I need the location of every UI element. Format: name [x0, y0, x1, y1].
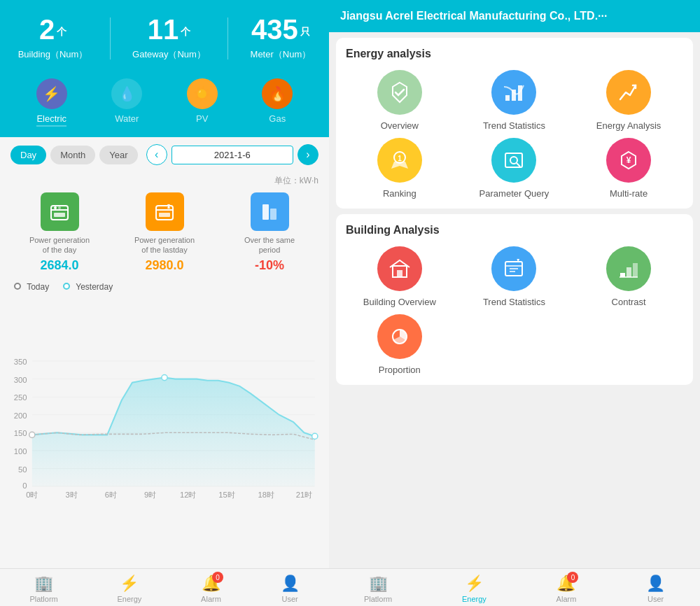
right-header: Jiangsu Acrel Electrical Manufacturing C… — [329, 0, 700, 32]
contrast-icon — [606, 246, 651, 291]
meter-number: 435只 — [251, 14, 312, 45]
building-trend-item[interactable]: Trend Statistics — [461, 246, 568, 307]
pv-icon: ☀️ — [187, 78, 218, 109]
tab-water[interactable]: 💧 Water — [111, 78, 142, 127]
svg-rect-49 — [397, 270, 402, 277]
energy-analysis-section: Energy analysis Overview Trend Statistic… — [336, 38, 693, 209]
next-date-button[interactable]: › — [298, 144, 318, 165]
water-label: Water — [115, 113, 139, 124]
svg-rect-39 — [505, 95, 510, 101]
svg-text:0: 0 — [22, 481, 27, 490]
divider2 — [227, 17, 228, 59]
user-icon: 👤 — [281, 575, 300, 593]
alarm-badge-container: 🔔 0 — [202, 575, 220, 593]
svg-rect-57 — [633, 263, 638, 277]
chart-legend: Today Yesterday — [0, 276, 329, 293]
left-panel: 2个 Building（Num） 11个 Gateway（Num） 435只 M… — [0, 0, 329, 606]
footer-platform[interactable]: 🏢 Platlorm — [29, 575, 57, 603]
r-footer-alarm[interactable]: 🔔 0 Alarm — [556, 575, 577, 603]
svg-line-46 — [517, 163, 520, 167]
right-content: Energy analysis Overview Trend Statistic… — [329, 32, 700, 568]
svg-text:100: 100 — [14, 447, 27, 456]
electric-label: Electric — [36, 113, 66, 127]
footer-alarm[interactable]: 🔔 0 Alarm — [201, 575, 221, 603]
trend-stats-item[interactable]: Trend Statistics — [461, 70, 568, 131]
multi-rate-label: Multi-rate — [610, 188, 648, 199]
param-query-icon — [491, 138, 536, 183]
water-icon: 💧 — [111, 78, 142, 109]
svg-rect-11 — [270, 209, 276, 220]
overview-icon — [377, 70, 422, 115]
prev-date-button[interactable]: ‹ — [146, 144, 167, 165]
building-overview-icon — [377, 246, 422, 291]
ranking-label: Ranking — [383, 188, 416, 199]
stats-row: Power generationof the day 2684.0 Power … — [0, 187, 329, 276]
building-overview-item[interactable]: Building Overview — [346, 246, 454, 307]
footer-user[interactable]: 👤 User — [281, 575, 300, 603]
right-footer: 🏢 Platlorm ⚡ Energy 🔔 0 Alarm 👤 User — [329, 568, 700, 606]
ranking-item[interactable]: 1 Ranking — [346, 138, 454, 199]
r-alarm-badge-container: 🔔 0 — [556, 575, 575, 593]
svg-text:50: 50 — [18, 465, 27, 473]
trend-stats-icon — [491, 70, 536, 115]
energy-analysis-title: Energy analysis — [346, 48, 683, 60]
building-trend-icon — [491, 246, 536, 291]
building-trend-label: Trend Statistics — [483, 297, 545, 307]
r-footer-energy[interactable]: ⚡ Energy — [462, 575, 486, 603]
gateway-label: Gateway（Num） — [132, 48, 206, 61]
svg-text:1: 1 — [398, 155, 402, 162]
footer-energy[interactable]: ⚡ Energy — [117, 575, 141, 603]
tab-pv[interactable]: ☀️ PV — [187, 78, 218, 127]
yesterday-dot — [63, 283, 70, 290]
building-analysis-section: Building Analysis Building Overview Tren… — [336, 214, 693, 385]
param-query-item[interactable]: Parameter Query — [461, 138, 568, 199]
date-bar: Day Month Year ‹ 2021-1-6 › — [0, 137, 329, 172]
overview-item[interactable]: Overview — [346, 70, 454, 131]
building-label: Building（Num） — [18, 48, 88, 61]
same-period-label: Over the sameperiod — [244, 235, 295, 255]
ranking-icon: 1 — [377, 138, 422, 183]
legend-yesterday: Yesterday — [63, 282, 113, 292]
pv-label: PV — [196, 113, 208, 124]
building-analysis-title: Building Analysis — [346, 224, 683, 237]
chart-area: 350 300 250 200 150 100 50 0 — [0, 293, 329, 568]
same-period-card: Over the sameperiod -10% — [220, 192, 318, 273]
svg-point-29 — [162, 374, 167, 380]
svg-text:21时: 21时 — [296, 491, 313, 499]
trend-stats-label: Trend Statistics — [483, 120, 545, 131]
contrast-label: Contrast — [612, 297, 646, 307]
r-footer-platform[interactable]: 🏢 Platlorm — [364, 575, 392, 603]
energy-analysis-grid: Overview Trend Statistics Energy Analysi… — [346, 70, 683, 199]
param-query-label: Parameter Query — [479, 188, 550, 199]
year-button[interactable]: Year — [99, 146, 137, 164]
svg-text:0时: 0时 — [26, 491, 38, 499]
multi-rate-icon: ¥ — [606, 138, 651, 183]
tab-electric[interactable]: ⚡ Electric — [36, 78, 67, 127]
svg-point-45 — [510, 157, 517, 164]
today-gen-label: Power generationof the day — [29, 235, 90, 255]
proportion-item[interactable]: Proportion — [346, 314, 454, 375]
svg-point-30 — [312, 433, 318, 439]
tab-gas[interactable]: 🔥 Gas — [262, 78, 293, 127]
svg-text:12时: 12时 — [180, 491, 197, 499]
svg-rect-56 — [626, 267, 631, 277]
svg-text:250: 250 — [14, 393, 27, 402]
month-button[interactable]: Month — [50, 146, 95, 164]
r-footer-user[interactable]: 👤 User — [646, 575, 665, 603]
svg-text:350: 350 — [14, 358, 27, 366]
lastday-gen-icon — [146, 192, 184, 231]
today-dot — [14, 283, 21, 290]
meter-label: Meter（Num） — [251, 48, 312, 61]
alarm-badge: 0 — [212, 572, 223, 583]
electric-icon: ⚡ — [36, 78, 67, 109]
multi-rate-item[interactable]: ¥ Multi-rate — [575, 138, 682, 199]
day-button[interactable]: Day — [10, 146, 46, 164]
gateway-number: 11个 — [132, 14, 206, 45]
energy-analysis-label: Energy Analysis — [596, 120, 662, 131]
r-alarm-badge: 0 — [567, 572, 578, 583]
unit-label: 单位：kW·h — [0, 172, 329, 187]
energy-analysis-item[interactable]: Energy Analysis — [575, 70, 682, 131]
building-stat: 2个 Building（Num） — [18, 14, 88, 61]
building-overview-label: Building Overview — [363, 297, 436, 307]
contrast-item[interactable]: Contrast — [575, 246, 682, 307]
